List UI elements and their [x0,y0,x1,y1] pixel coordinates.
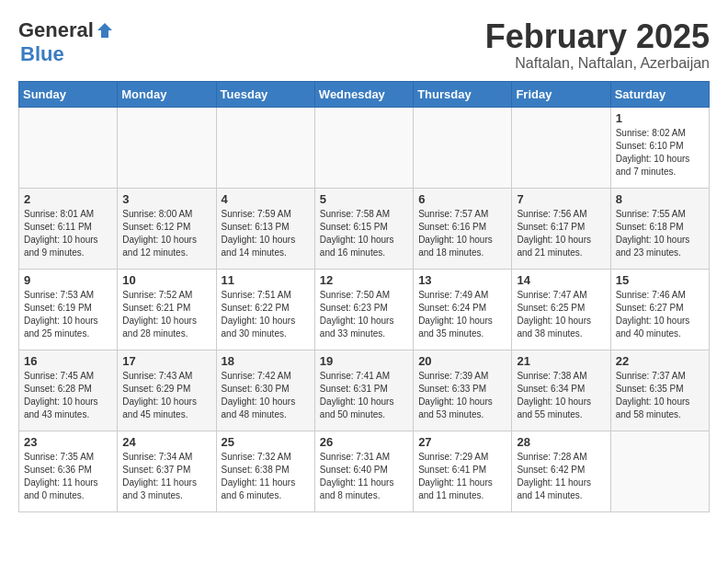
day-info: Sunrise: 7:49 AM Sunset: 6:24 PM Dayligh… [418,289,506,340]
calendar-week-row: 16Sunrise: 7:45 AM Sunset: 6:28 PM Dayli… [19,350,710,431]
day-number: 14 [517,273,605,287]
calendar-day-cell: 12Sunrise: 7:50 AM Sunset: 6:23 PM Dayli… [314,269,413,350]
calendar-day-cell: 22Sunrise: 7:37 AM Sunset: 6:35 PM Dayli… [610,350,709,431]
calendar-day-cell: 11Sunrise: 7:51 AM Sunset: 6:22 PM Dayli… [216,269,314,350]
calendar-day-cell: 24Sunrise: 7:34 AM Sunset: 6:37 PM Dayli… [118,431,216,511]
day-number: 8 [616,192,704,206]
day-info: Sunrise: 7:37 AM Sunset: 6:35 PM Dayligh… [616,370,704,421]
location-title: Naftalan, Naftalan, Azerbaijan [485,55,710,72]
day-number: 9 [24,273,112,287]
day-number: 19 [320,354,408,368]
day-info: Sunrise: 7:41 AM Sunset: 6:31 PM Dayligh… [320,370,408,421]
day-info: Sunrise: 7:38 AM Sunset: 6:34 PM Dayligh… [517,370,605,421]
day-number: 26 [320,435,408,449]
calendar-week-row: 2Sunrise: 8:01 AM Sunset: 6:11 PM Daylig… [19,188,710,269]
day-number: 5 [320,192,408,206]
header-row: SundayMondayTuesdayWednesdayThursdayFrid… [19,81,710,107]
day-info: Sunrise: 7:46 AM Sunset: 6:27 PM Dayligh… [616,289,704,340]
day-number: 2 [24,192,112,206]
calendar-day-cell: 26Sunrise: 7:31 AM Sunset: 6:40 PM Dayli… [314,431,413,511]
calendar-week-row: 9Sunrise: 7:53 AM Sunset: 6:19 PM Daylig… [19,269,710,350]
day-info: Sunrise: 7:47 AM Sunset: 6:25 PM Dayligh… [517,289,605,340]
day-info: Sunrise: 7:28 AM Sunset: 6:42 PM Dayligh… [517,451,605,502]
day-number: 17 [122,354,210,368]
calendar-day-cell: 10Sunrise: 7:52 AM Sunset: 6:21 PM Dayli… [118,269,216,350]
day-number: 6 [418,192,506,206]
calendar-day-cell: 8Sunrise: 7:55 AM Sunset: 6:18 PM Daylig… [610,188,709,269]
calendar-week-row: 1Sunrise: 8:02 AM Sunset: 6:10 PM Daylig… [19,107,710,188]
calendar-day-cell: 6Sunrise: 7:57 AM Sunset: 6:16 PM Daylig… [414,188,512,269]
day-info: Sunrise: 7:50 AM Sunset: 6:23 PM Dayligh… [320,289,408,340]
day-number: 1 [616,111,704,125]
day-number: 16 [24,354,112,368]
day-number: 23 [24,435,112,449]
calendar-day-cell: 20Sunrise: 7:39 AM Sunset: 6:33 PM Dayli… [414,350,512,431]
calendar-day-cell [216,107,314,188]
page-header: General Blue February 2025 Naftalan, Naf… [18,18,710,72]
day-info: Sunrise: 7:35 AM Sunset: 6:36 PM Dayligh… [24,451,112,502]
day-info: Sunrise: 7:32 AM Sunset: 6:38 PM Dayligh… [222,451,310,502]
day-of-week-header: Tuesday [216,81,314,107]
calendar-day-cell: 9Sunrise: 7:53 AM Sunset: 6:19 PM Daylig… [19,269,118,350]
calendar-header: SundayMondayTuesdayWednesdayThursdayFrid… [19,81,710,107]
calendar-day-cell: 23Sunrise: 7:35 AM Sunset: 6:36 PM Dayli… [19,431,118,511]
calendar-week-row: 23Sunrise: 7:35 AM Sunset: 6:36 PM Dayli… [19,431,710,511]
day-number: 15 [616,273,704,287]
day-info: Sunrise: 7:42 AM Sunset: 6:30 PM Dayligh… [222,370,310,421]
logo-general-text: General [18,18,94,42]
day-of-week-header: Thursday [414,81,512,107]
logo-icon [96,21,114,40]
day-info: Sunrise: 7:58 AM Sunset: 6:15 PM Dayligh… [320,208,408,259]
day-of-week-header: Wednesday [314,81,413,107]
calendar-day-cell: 2Sunrise: 8:01 AM Sunset: 6:11 PM Daylig… [19,188,118,269]
calendar-body: 1Sunrise: 8:02 AM Sunset: 6:10 PM Daylig… [19,107,710,511]
calendar-day-cell: 1Sunrise: 8:02 AM Sunset: 6:10 PM Daylig… [610,107,709,188]
calendar-day-cell: 18Sunrise: 7:42 AM Sunset: 6:30 PM Dayli… [216,350,314,431]
calendar-day-cell: 13Sunrise: 7:49 AM Sunset: 6:24 PM Dayli… [414,269,512,350]
calendar-day-cell [512,107,610,188]
logo: General Blue [18,18,114,66]
logo-blue-text: Blue [20,42,64,66]
calendar-day-cell: 19Sunrise: 7:41 AM Sunset: 6:31 PM Dayli… [314,350,413,431]
calendar-day-cell: 27Sunrise: 7:29 AM Sunset: 6:41 PM Dayli… [414,431,512,511]
day-info: Sunrise: 7:45 AM Sunset: 6:28 PM Dayligh… [24,370,112,421]
calendar-day-cell [314,107,413,188]
day-number: 24 [122,435,210,449]
calendar-day-cell: 15Sunrise: 7:46 AM Sunset: 6:27 PM Dayli… [610,269,709,350]
calendar-table: SundayMondayTuesdayWednesdayThursdayFrid… [18,81,710,512]
day-number: 3 [122,192,210,206]
day-of-week-header: Saturday [610,81,709,107]
day-of-week-header: Sunday [19,81,118,107]
day-info: Sunrise: 8:01 AM Sunset: 6:11 PM Dayligh… [24,208,112,259]
day-info: Sunrise: 7:52 AM Sunset: 6:21 PM Dayligh… [122,289,210,340]
title-block: February 2025 Naftalan, Naftalan, Azerba… [485,18,710,72]
day-number: 22 [616,354,704,368]
day-number: 7 [517,192,605,206]
calendar-day-cell [19,107,118,188]
day-info: Sunrise: 7:56 AM Sunset: 6:17 PM Dayligh… [517,208,605,259]
day-number: 10 [122,273,210,287]
calendar-day-cell: 7Sunrise: 7:56 AM Sunset: 6:17 PM Daylig… [512,188,610,269]
day-number: 21 [517,354,605,368]
calendar-day-cell [414,107,512,188]
day-of-week-header: Friday [512,81,610,107]
calendar-day-cell: 4Sunrise: 7:59 AM Sunset: 6:13 PM Daylig… [216,188,314,269]
day-info: Sunrise: 7:34 AM Sunset: 6:37 PM Dayligh… [122,451,210,502]
day-info: Sunrise: 7:51 AM Sunset: 6:22 PM Dayligh… [222,289,310,340]
day-info: Sunrise: 7:29 AM Sunset: 6:41 PM Dayligh… [418,451,506,502]
day-number: 18 [222,354,310,368]
day-info: Sunrise: 7:59 AM Sunset: 6:13 PM Dayligh… [222,208,310,259]
day-info: Sunrise: 8:00 AM Sunset: 6:12 PM Dayligh… [122,208,210,259]
calendar-day-cell: 3Sunrise: 8:00 AM Sunset: 6:12 PM Daylig… [118,188,216,269]
day-info: Sunrise: 7:31 AM Sunset: 6:40 PM Dayligh… [320,451,408,502]
calendar-day-cell [610,431,709,511]
day-info: Sunrise: 7:57 AM Sunset: 6:16 PM Dayligh… [418,208,506,259]
calendar-day-cell: 21Sunrise: 7:38 AM Sunset: 6:34 PM Dayli… [512,350,610,431]
day-of-week-header: Monday [118,81,216,107]
day-info: Sunrise: 7:43 AM Sunset: 6:29 PM Dayligh… [122,370,210,421]
day-number: 11 [222,273,310,287]
calendar-day-cell: 14Sunrise: 7:47 AM Sunset: 6:25 PM Dayli… [512,269,610,350]
day-info: Sunrise: 7:53 AM Sunset: 6:19 PM Dayligh… [24,289,112,340]
day-number: 27 [418,435,506,449]
calendar-day-cell: 28Sunrise: 7:28 AM Sunset: 6:42 PM Dayli… [512,431,610,511]
